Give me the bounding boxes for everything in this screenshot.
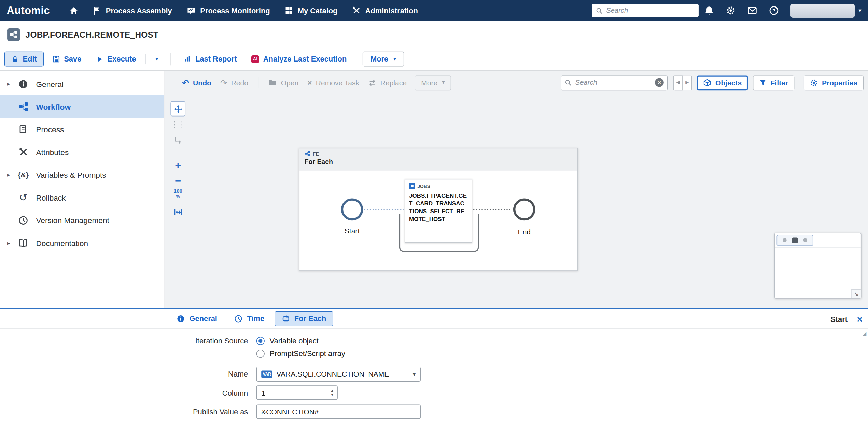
expand-arrow-icon[interactable]: ▸ xyxy=(7,240,17,246)
increment-icon[interactable]: ▲ xyxy=(330,389,334,393)
undo-label: Undo xyxy=(193,78,211,86)
radio-promptset-script-array[interactable]: PromptSet/Script array xyxy=(256,350,345,358)
properties-panel-button[interactable]: Properties xyxy=(803,75,864,90)
canvas-search-input[interactable] xyxy=(575,79,652,86)
home-icon xyxy=(69,6,79,15)
foreach-container[interactable]: FE For Each Start JOBS JOBS.FTPAG xyxy=(299,148,578,271)
canvas-more-label: More xyxy=(421,78,437,86)
nav-label: Administration xyxy=(365,6,418,15)
field-label: Iteration Source xyxy=(0,337,252,345)
canvas-more-button[interactable]: More ▾ xyxy=(415,75,451,90)
objects-label: Objects xyxy=(715,78,742,86)
radio-icon xyxy=(256,350,265,358)
clock-icon xyxy=(17,214,30,227)
column-stepper[interactable]: ▲ ▼ xyxy=(256,385,338,400)
object-toolbar: Edit Save Execute ▾ Last Report AI Analy… xyxy=(0,47,868,71)
expand-arrow-icon[interactable]: ▸ xyxy=(7,81,17,87)
search-icon xyxy=(596,7,603,14)
open-button[interactable]: Open xyxy=(264,75,303,90)
sidebar-item-version-management[interactable]: Version Management xyxy=(0,209,164,231)
expand-arrow-icon[interactable]: ▸ xyxy=(7,172,17,177)
task-node[interactable]: JOBS JOBS.FTPAGENT.GET_CARD_TRANSACTIONS… xyxy=(405,179,472,243)
divider xyxy=(145,54,146,64)
connector-tool-button[interactable] xyxy=(170,134,185,147)
execute-options-button[interactable]: ▾ xyxy=(149,52,164,67)
notifications-button[interactable] xyxy=(699,0,720,21)
last-report-label: Last Report xyxy=(195,55,237,63)
redo-icon: ↷ xyxy=(220,78,227,86)
fit-width-icon xyxy=(173,208,182,217)
publish-value-input[interactable] xyxy=(256,404,421,419)
zoom-in-button[interactable]: + xyxy=(170,159,185,172)
page-dot-icon xyxy=(803,238,807,242)
sidebar-item-rollback[interactable]: ↺ Rollback xyxy=(0,186,164,209)
filter-panel-button[interactable]: Filter xyxy=(753,75,794,90)
chevron-down-icon: ▾ xyxy=(155,56,158,62)
sidebar-item-documentation[interactable]: ▸ Documentation xyxy=(0,232,164,254)
messages-button[interactable] xyxy=(742,0,763,21)
analyze-last-execution-button[interactable]: AI Analyze Last Execution xyxy=(245,52,353,67)
objects-icon xyxy=(703,78,711,86)
objects-panel-button[interactable]: Objects xyxy=(697,75,748,90)
clear-search-button[interactable]: × xyxy=(655,78,664,87)
edit-label: Edit xyxy=(23,55,37,63)
tab-for-each[interactable]: For Each xyxy=(274,311,333,326)
radio-variable-object[interactable]: Variable object xyxy=(256,337,319,345)
plus-icon: + xyxy=(175,160,181,170)
global-search-input[interactable] xyxy=(606,6,695,14)
close-icon[interactable]: × xyxy=(857,314,863,324)
replace-label: Replace xyxy=(380,78,407,86)
nav-process-assembly[interactable]: Process Assembly xyxy=(85,0,179,21)
navigator-pager[interactable] xyxy=(777,235,813,246)
sidebar-item-workflow[interactable]: Workflow xyxy=(0,95,164,118)
edit-button[interactable]: Edit xyxy=(4,52,43,67)
sidebar-item-process[interactable]: Process xyxy=(0,118,164,140)
settings-button[interactable] xyxy=(720,0,742,21)
pan-tool-button[interactable] xyxy=(170,101,185,117)
nav-process-monitoring[interactable]: Process Monitoring xyxy=(179,0,277,21)
vara-type-icon: VAR xyxy=(261,371,272,378)
execute-button[interactable]: Execute xyxy=(90,52,142,67)
scroll-left-button[interactable]: ◀ xyxy=(673,75,683,90)
user-avatar[interactable] xyxy=(790,4,855,18)
undo-button[interactable]: ↶ Undo xyxy=(178,75,216,90)
radio-label: PromptSet/Script array xyxy=(270,350,345,358)
sidebar-item-variables-prompts[interactable]: ▸ {&} Variables & Prompts xyxy=(0,163,164,186)
canvas-search[interactable]: × xyxy=(561,75,668,90)
foreach-properties-form: Iteration Source Variable object PromptS… xyxy=(0,329,868,423)
marquee-tool-button[interactable] xyxy=(170,118,185,131)
redo-button[interactable]: ↷ Redo xyxy=(216,75,253,90)
sidebar-item-general[interactable]: ▸ General xyxy=(0,72,164,95)
more-button[interactable]: More ▾ xyxy=(363,52,404,67)
nav-my-catalog[interactable]: My Catalog xyxy=(277,0,345,21)
workflow-canvas[interactable]: ↶ Undo ↷ Redo Open × Remove Task xyxy=(164,71,868,308)
home-button[interactable] xyxy=(63,0,85,21)
tab-general[interactable]: General xyxy=(169,311,224,326)
remove-task-button[interactable]: × Remove Task xyxy=(303,75,364,90)
zoom-out-button[interactable]: − xyxy=(170,174,185,187)
decrement-icon[interactable]: ▼ xyxy=(330,393,334,397)
zoom-level-button[interactable]: 100 % xyxy=(170,188,185,199)
help-button[interactable] xyxy=(764,0,785,21)
user-menu-caret-icon[interactable]: ▾ xyxy=(858,8,861,13)
last-report-button[interactable]: Last Report xyxy=(177,52,243,67)
scroll-right-button[interactable]: ▶ xyxy=(683,75,692,90)
nav-administration[interactable]: Administration xyxy=(345,0,425,21)
canvas-toolbar: ↶ Undo ↷ Redo Open × Remove Task xyxy=(164,71,868,94)
global-search[interactable] xyxy=(592,4,699,17)
end-node[interactable] xyxy=(513,198,535,220)
current-view-icon xyxy=(792,237,798,243)
name-combobox[interactable]: VAR VARA.SQLI.CONNECTION_NAME ▾ xyxy=(256,367,421,382)
tab-time[interactable]: Time xyxy=(227,311,271,326)
save-button[interactable]: Save xyxy=(46,52,87,67)
report-chart-icon xyxy=(183,55,191,63)
start-node[interactable] xyxy=(341,198,363,220)
gear-icon xyxy=(726,5,736,15)
sidebar-item-attributes[interactable]: Attributes xyxy=(0,141,164,163)
resize-handle[interactable]: ↘ xyxy=(851,289,861,298)
column-input[interactable] xyxy=(257,388,328,397)
divider xyxy=(258,77,259,88)
fit-width-button[interactable] xyxy=(170,205,185,219)
replace-button[interactable]: Replace xyxy=(364,75,411,90)
navigator-panel[interactable]: ↘ xyxy=(774,233,862,299)
